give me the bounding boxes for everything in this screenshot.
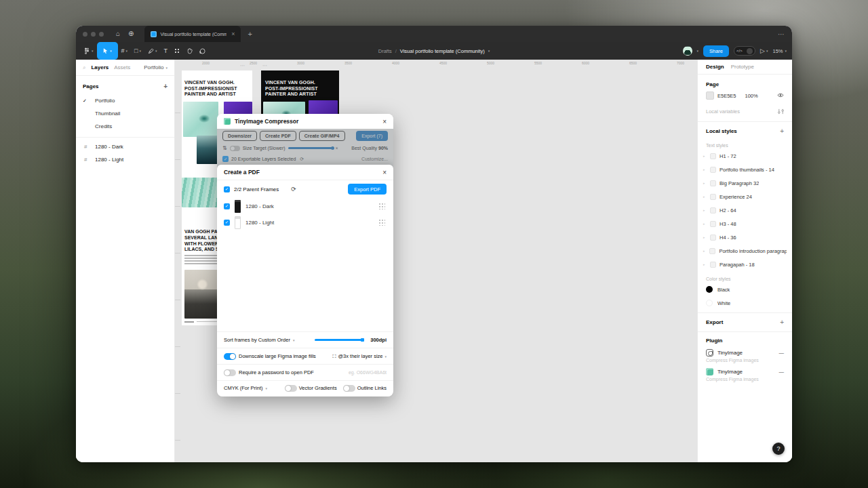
page-opacity[interactable]: 100% xyxy=(745,93,758,99)
text-style-item[interactable]: ▸Paragapah - 18 xyxy=(698,258,792,271)
chevron-down-icon[interactable]: ▾ xyxy=(697,49,699,53)
sort-frames-select[interactable]: Sort frames by Custom Order xyxy=(224,337,290,343)
layers-checkbox[interactable]: ✓ xyxy=(222,156,229,162)
refresh-icon[interactable]: ⟳ xyxy=(300,157,304,162)
add-style-button[interactable]: + xyxy=(780,127,784,135)
breadcrumb-drafts[interactable]: Drafts xyxy=(378,48,392,54)
drag-handle-icon[interactable] xyxy=(378,219,385,226)
export-pdf-button[interactable]: Export PDF xyxy=(348,184,387,195)
variables-filter-icon[interactable] xyxy=(778,108,784,115)
pdf-frame-row-light[interactable]: ✓ 1280 - Light xyxy=(217,214,393,230)
sort-icon[interactable]: ⇅ xyxy=(222,145,227,151)
close-icon[interactable]: × xyxy=(382,169,387,176)
text-style-item[interactable]: ▸Portfolio introduction paragraph ... xyxy=(698,244,792,258)
page-item-credits[interactable]: Credits xyxy=(76,120,174,133)
remove-plugin-button[interactable]: — xyxy=(779,350,785,356)
home-icon[interactable]: ⌂ xyxy=(116,30,120,37)
main-menu-button[interactable]: ▾ xyxy=(80,42,97,60)
window-controls[interactable] xyxy=(83,32,104,37)
drag-handle-icon[interactable] xyxy=(378,203,385,209)
zoom-control[interactable]: 15% ▾ xyxy=(772,48,787,54)
frame-checkbox[interactable]: ✓ xyxy=(224,220,230,226)
window-menu-icon[interactable]: ⋯ xyxy=(778,30,785,38)
minimize-window-icon[interactable] xyxy=(91,32,96,37)
add-export-button[interactable]: + xyxy=(780,319,784,326)
pen-tool-button[interactable]: ▾ xyxy=(144,42,161,60)
downscale-toggle[interactable] xyxy=(224,353,236,360)
text-style-item[interactable]: ▸Portfolio thumbnails - 14 xyxy=(698,163,792,176)
parent-frames-checkbox[interactable]: ✓ xyxy=(224,186,230,192)
page-selector[interactable]: Portfolio ▾ xyxy=(144,64,167,70)
shape-tool-button[interactable]: □ ▾ xyxy=(131,42,144,60)
zoom-window-icon[interactable] xyxy=(99,32,104,37)
vector-gradients-toggle[interactable] xyxy=(285,385,297,392)
cmyk-select[interactable]: CMYK (For Print) xyxy=(224,385,263,391)
close-window-icon[interactable] xyxy=(83,32,87,37)
tab-design[interactable]: Design xyxy=(706,64,724,70)
help-button[interactable]: ? xyxy=(772,443,785,455)
tab-prototype[interactable]: Prototype xyxy=(731,64,754,70)
breadcrumb[interactable]: Drafts / Visual portfolio template (Comm… xyxy=(378,42,490,60)
page-color-row[interactable]: E5E5E5 100% xyxy=(698,89,792,102)
present-button[interactable]: ▷ ▾ xyxy=(760,47,768,54)
tab-assets[interactable]: Assets xyxy=(114,64,130,70)
text-tool-button[interactable]: T xyxy=(161,42,172,60)
text-style-item[interactable]: ▸H4 - 36 xyxy=(698,230,792,244)
resources-button[interactable] xyxy=(171,42,183,60)
slider-clear-icon[interactable]: × xyxy=(336,146,338,150)
color-swatch[interactable] xyxy=(706,92,714,100)
color-style-white[interactable]: White xyxy=(698,296,792,310)
text-style-item[interactable]: ▸H3 - 48 xyxy=(698,217,792,230)
page-color-hex[interactable]: E5E5E5 xyxy=(717,93,736,99)
plugin-item[interactable]: TinyImage — xyxy=(698,363,792,375)
tab-layers[interactable]: Layers xyxy=(91,64,108,70)
layer-item-1280-light[interactable]: # 1280 - Light xyxy=(76,153,174,166)
file-tab[interactable]: Visual portfolio template (Commu × xyxy=(144,26,241,42)
hand-tool-button[interactable] xyxy=(183,42,196,60)
visibility-eye-icon[interactable] xyxy=(777,93,784,99)
portrait-image xyxy=(184,270,220,319)
customize-link[interactable]: Customize... xyxy=(361,157,388,161)
create-gif-tab[interactable]: Create GIF/MP4 xyxy=(299,131,345,141)
avatar[interactable] xyxy=(683,46,692,56)
outline-links-toggle[interactable] xyxy=(343,385,355,392)
text-style-item[interactable]: ▸Experience 24 xyxy=(698,190,792,203)
password-toggle[interactable] xyxy=(224,369,236,376)
plugin-item[interactable]: TinyImage — xyxy=(698,344,792,357)
comment-tool-button[interactable] xyxy=(196,42,209,60)
color-style-black[interactable]: Black xyxy=(698,283,792,296)
text-style-item[interactable]: ▸H1 - 72 xyxy=(698,149,792,163)
page-item-thumbnail[interactable]: Thumbnail xyxy=(76,107,174,120)
move-tool-button[interactable]: ▾ xyxy=(97,42,118,60)
quality-slider[interactable] xyxy=(288,147,333,149)
community-globe-icon[interactable]: ⊕ xyxy=(128,30,134,37)
frame-checkbox[interactable]: ✓ xyxy=(224,203,230,209)
page-item-portfolio[interactable]: ✓ Portfolio xyxy=(76,94,174,107)
downsizer-tab[interactable]: Downsizer xyxy=(222,131,257,141)
share-button[interactable]: Share xyxy=(703,45,729,57)
search-icon[interactable]: ⌕ xyxy=(83,64,85,71)
dev-mode-toggle[interactable]: </> xyxy=(734,46,755,56)
breadcrumb-filename[interactable]: Visual portfolio template (Community) xyxy=(400,48,485,54)
canvas[interactable]: 2000 2500 3000 3500 4000 4500 5000 5500 … xyxy=(175,60,697,462)
new-tab-button[interactable]: + xyxy=(248,30,252,38)
pdf-frame-row-dark[interactable]: ✓ 1280 - Dark xyxy=(217,198,393,214)
downscale-value-select[interactable]: @3x their layer size xyxy=(338,353,383,359)
text-style-item[interactable]: ▸Big Paragraph 32 xyxy=(698,176,792,190)
export-button[interactable]: Export (7) xyxy=(356,131,388,141)
password-input[interactable]: eg. O66WG4BA6t xyxy=(349,370,387,375)
local-variables-row[interactable]: Local variables xyxy=(698,102,792,119)
layer-item-1280-dark[interactable]: # 1280 - Dark xyxy=(76,140,174,153)
refresh-icon[interactable]: ⟳ xyxy=(291,186,296,192)
add-page-button[interactable]: + xyxy=(163,83,167,90)
frame-tool-button[interactable]: # ▾ xyxy=(118,42,132,60)
close-icon[interactable]: × xyxy=(382,118,387,125)
chevron-down-icon[interactable]: ▾ xyxy=(488,49,490,53)
tab-close-icon[interactable]: × xyxy=(231,30,235,37)
size-target-toggle[interactable] xyxy=(230,146,240,151)
color-style-label: White xyxy=(717,300,730,306)
text-style-item[interactable]: ▸H2 - 64 xyxy=(698,203,792,217)
remove-plugin-button[interactable]: — xyxy=(779,369,785,375)
create-pdf-tab[interactable]: Create PDF xyxy=(260,131,296,141)
dpi-slider[interactable] xyxy=(315,339,363,341)
